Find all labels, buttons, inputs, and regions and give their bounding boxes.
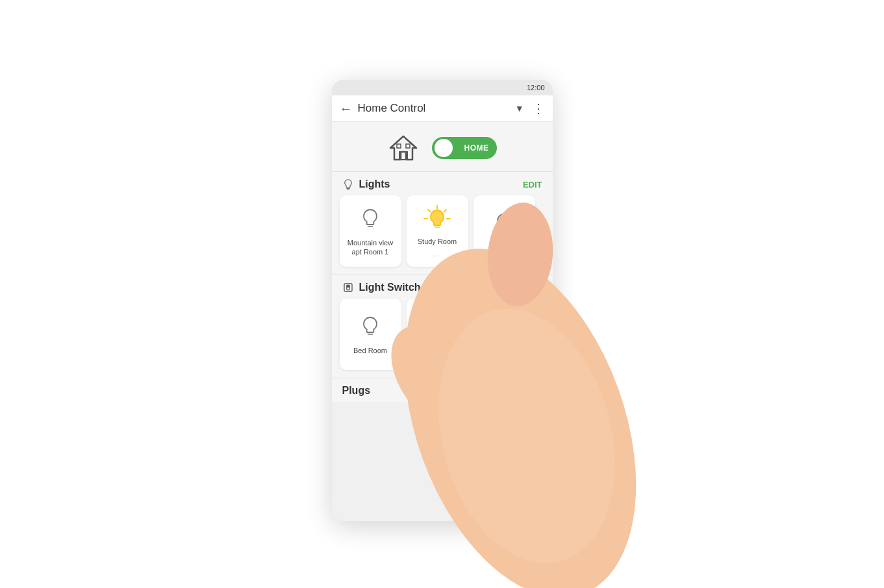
home-toggle-area: HOME xyxy=(332,122,553,171)
card-label-study-room: Study Room xyxy=(418,237,457,246)
device-card-bed-room[interactable]: Bed Room xyxy=(340,299,401,370)
switch-section-icon xyxy=(342,282,354,293)
phone: 12:00 ← Home Control ▼ ⋮ HOME xyxy=(332,80,553,521)
card-label-bed-room: Bed Room xyxy=(353,346,387,355)
svg-rect-3 xyxy=(406,144,410,148)
switches-title: Light Switches xyxy=(359,282,433,293)
card-label-kitchen-switch: Kitchen xyxy=(425,346,449,355)
toggle-label: HOME xyxy=(464,143,489,153)
device-card-kitchen-light[interactable]: Kitchen xyxy=(474,195,535,267)
card-dots-study-room: ... xyxy=(432,250,442,258)
lights-header: Lights EDIT xyxy=(332,172,553,195)
switches-header: Light Switches EDIT xyxy=(332,275,553,299)
card-label-mountain-view: Mountain view apt Room 1 xyxy=(345,238,396,257)
plugs-section: Plugs EDIT xyxy=(332,378,553,402)
lights-title-row: Lights xyxy=(342,178,390,190)
lights-cards-grid: Mountain view apt Room 1 xyxy=(332,195,553,275)
bulb-on-icon xyxy=(423,204,451,233)
toggle-knob xyxy=(435,139,453,157)
lights-section-icon xyxy=(342,178,354,190)
plugs-title: Plugs xyxy=(342,385,371,397)
dropdown-button[interactable]: ▼ xyxy=(515,103,524,114)
plugs-header: Plugs EDIT xyxy=(332,378,553,402)
bulb-off-icon-kitchen xyxy=(490,210,518,239)
bulb-off-icon-kitchen-switch xyxy=(423,313,451,342)
svg-line-7 xyxy=(444,210,447,212)
svg-marker-0 xyxy=(390,136,416,160)
lights-edit-button[interactable]: EDIT xyxy=(523,180,542,190)
light-switches-section: Light Switches EDIT Bed Room xyxy=(332,275,553,378)
home-toggle[interactable]: HOME xyxy=(432,137,497,159)
svg-line-9 xyxy=(428,210,431,212)
scene: 12:00 ← Home Control ▼ ⋮ HOME xyxy=(0,0,884,588)
house-icon xyxy=(388,132,419,164)
svg-rect-17 xyxy=(346,285,349,288)
device-card-kitchen-switch[interactable]: Kitchen xyxy=(407,299,468,370)
svg-rect-2 xyxy=(397,144,401,148)
app-title: Home Control xyxy=(358,102,515,115)
device-card-study-room[interactable]: Study Room ... xyxy=(407,195,468,267)
back-button[interactable]: ← xyxy=(340,101,353,116)
menu-button[interactable]: ⋮ xyxy=(532,101,545,116)
card-label-kitchen-light: Kitchen xyxy=(492,243,516,252)
switches-cards-grid: Bed Room Kitchen xyxy=(332,299,553,378)
bulb-off-icon-bedroom xyxy=(356,313,385,342)
device-card-mountain-view[interactable]: Mountain view apt Room 1 xyxy=(340,195,401,267)
status-time: 12:00 xyxy=(527,84,545,92)
switches-edit-button[interactable]: EDIT xyxy=(523,283,542,293)
bulb-off-icon xyxy=(356,206,385,234)
switches-title-row: Light Switches xyxy=(342,282,433,293)
lights-title: Lights xyxy=(359,178,390,190)
status-bar: 12:00 xyxy=(332,80,553,95)
app-header: ← Home Control ▼ ⋮ xyxy=(332,95,553,122)
plugs-edit-button[interactable]: EDIT xyxy=(523,386,542,396)
lights-section: Lights EDIT Mountain view apt Room 1 xyxy=(332,172,553,275)
